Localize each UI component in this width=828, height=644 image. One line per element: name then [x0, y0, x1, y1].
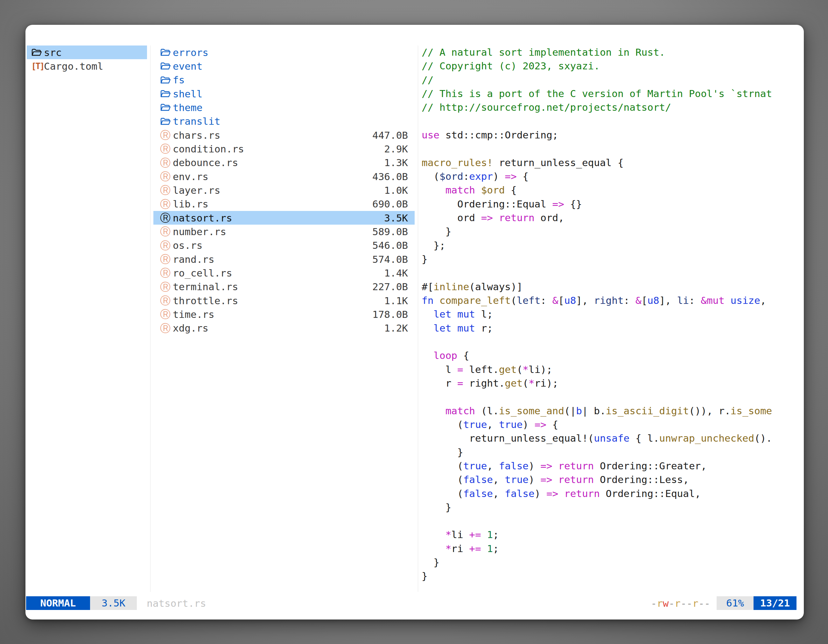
- file-name: rand.rs: [173, 254, 215, 265]
- pane-divider-right: [418, 45, 418, 592]
- rust-lang-icon: Ⓡ: [160, 282, 173, 292]
- open-folder-icon: [160, 61, 173, 71]
- file-row-layer-rs[interactable]: Ⓡlayer.rs1.0K: [154, 183, 415, 197]
- file-row-debounce-rs[interactable]: Ⓡdebounce.rs1.3K: [154, 156, 415, 169]
- file-row-cargo-toml[interactable]: [T]Cargo.toml: [27, 59, 147, 73]
- file-name: number.rs: [173, 226, 226, 237]
- file-permissions: -rw-r--r--: [651, 597, 710, 609]
- rust-lang-icon: Ⓡ: [160, 199, 173, 209]
- file-row-rand-rs[interactable]: Ⓡrand.rs574.0B: [154, 252, 415, 266]
- file-row-terminal-rs[interactable]: Ⓡterminal.rs227.0B: [154, 280, 415, 294]
- code-line: }: [422, 252, 801, 266]
- code-line: // A natural sort implementation in Rust…: [422, 45, 801, 59]
- file-name: natsort.rs: [173, 212, 232, 224]
- file-size: 1.1K: [384, 295, 408, 306]
- file-name: shell: [173, 88, 202, 100]
- code-line: macro_rules! return_unless_equal {: [422, 156, 801, 169]
- file-name: errors: [173, 47, 209, 58]
- code-line: fn compare_left(left: &[u8], right: &[u8…: [422, 294, 801, 307]
- file-name: layer.rs: [173, 185, 220, 196]
- code-line: r = right.get(*ri);: [422, 376, 801, 390]
- code-line: [422, 514, 801, 528]
- cursor-position-badge: 13/21: [754, 596, 797, 610]
- file-size: 1.0K: [384, 185, 408, 196]
- file-row-number-rs[interactable]: Ⓡnumber.rs589.0B: [154, 225, 415, 238]
- code-line: let mut l;: [422, 307, 801, 321]
- code-line: (false, false) => return Ordering::Equal…: [422, 487, 801, 500]
- file-name: debounce.rs: [173, 157, 238, 168]
- file-row-fs[interactable]: fs: [154, 73, 415, 87]
- file-row-chars-rs[interactable]: Ⓡchars.rs447.0B: [154, 128, 415, 142]
- file-name: throttle.rs: [173, 295, 238, 306]
- rust-lang-icon: Ⓡ: [160, 171, 173, 182]
- file-size: 1.4K: [384, 267, 408, 279]
- code-line: *li += 1;: [422, 528, 801, 542]
- code-line: }: [422, 445, 801, 459]
- file-size: 1.2K: [384, 322, 408, 334]
- file-name: src: [44, 47, 62, 58]
- file-name: os.rs: [173, 240, 202, 251]
- code-line: *ri += 1;: [422, 542, 801, 556]
- file-row-natsort-rs[interactable]: Ⓡnatsort.rs3.5K: [154, 211, 415, 225]
- file-name: terminal.rs: [173, 281, 238, 292]
- code-line: }: [422, 225, 801, 238]
- file-size: 589.0B: [372, 226, 408, 237]
- file-row-throttle-rs[interactable]: Ⓡthrottle.rs1.1K: [154, 294, 415, 307]
- file-name: translit: [173, 116, 220, 127]
- file-row-translit[interactable]: translit: [154, 114, 415, 128]
- code-line: // This is a port of the C version of Ma…: [422, 87, 801, 100]
- open-folder-icon: [160, 89, 173, 98]
- file-name: xdg.rs: [173, 322, 209, 334]
- pane-divider-left: [150, 45, 151, 592]
- rust-lang-icon: Ⓡ: [160, 323, 173, 334]
- file-row-event[interactable]: event: [154, 59, 415, 73]
- file-row-theme[interactable]: theme: [154, 100, 415, 114]
- code-line: match (l.is_some_and(|b| b.is_ascii_digi…: [422, 404, 801, 418]
- rust-lang-icon: Ⓡ: [160, 213, 173, 223]
- code-line: (true, false) => return Ordering::Greate…: [422, 459, 801, 473]
- file-row-env-rs[interactable]: Ⓡenv.rs436.0B: [154, 169, 415, 183]
- file-row-errors[interactable]: errors: [154, 45, 415, 59]
- open-folder-icon: [160, 117, 173, 126]
- code-line: }: [422, 556, 801, 569]
- file-name: time.rs: [173, 309, 215, 320]
- file-size: 178.0B: [372, 309, 408, 320]
- rust-lang-icon: Ⓡ: [160, 309, 173, 320]
- code-line: [422, 114, 801, 128]
- open-folder-icon: [160, 103, 173, 112]
- file-row-xdg-rs[interactable]: Ⓡxdg.rs1.2K: [154, 321, 415, 335]
- file-size: 690.0B: [372, 198, 408, 210]
- code-line: Ordering::Equal => {}: [422, 197, 801, 211]
- rust-lang-icon: Ⓡ: [160, 158, 173, 168]
- file-size: 227.0B: [372, 281, 408, 292]
- code-line: }: [422, 500, 801, 514]
- parent-directory-pane: src[T]Cargo.toml: [27, 45, 147, 73]
- code-line: [422, 335, 801, 349]
- mode-indicator: NORMAL: [26, 596, 90, 610]
- file-row-condition-rs[interactable]: Ⓡcondition.rs2.9K: [154, 142, 415, 155]
- code-line: [422, 142, 801, 155]
- file-row-shell[interactable]: shell: [154, 87, 415, 100]
- file-row-os-rs[interactable]: Ⓡos.rs546.0B: [154, 239, 415, 252]
- file-preview-pane[interactable]: // A natural sort implementation in Rust…: [422, 45, 801, 596]
- file-size: 2.9K: [384, 143, 408, 155]
- file-row-ro-cell-rs[interactable]: Ⓡro_cell.rs1.4K: [154, 266, 415, 280]
- file-row-lib-rs[interactable]: Ⓡlib.rs690.0B: [154, 197, 415, 211]
- scroll-percent-badge: 61%: [717, 596, 754, 610]
- rust-lang-icon: Ⓡ: [160, 268, 173, 278]
- file-name: chars.rs: [173, 130, 220, 141]
- file-name: theme: [173, 102, 202, 113]
- status-bar: NORMAL 3.5K natsort.rs -rw-r--r-- 61% 13…: [26, 596, 797, 610]
- code-line: ($ord:expr) => {: [422, 169, 801, 183]
- code-line: l = left.get(*li);: [422, 363, 801, 376]
- file-name: lib.rs: [173, 198, 209, 210]
- file-name: ro_cell.rs: [173, 267, 232, 279]
- code-line: loop {: [422, 349, 801, 362]
- file-row-src[interactable]: src: [27, 45, 147, 59]
- rust-lang-icon: Ⓡ: [160, 185, 173, 195]
- rust-lang-icon: Ⓡ: [160, 130, 173, 140]
- code-line: #[inline(always)]: [422, 280, 801, 294]
- rust-lang-icon: Ⓡ: [160, 240, 173, 251]
- file-size: 447.0B: [372, 130, 408, 141]
- file-row-time-rs[interactable]: Ⓡtime.rs178.0B: [154, 307, 415, 321]
